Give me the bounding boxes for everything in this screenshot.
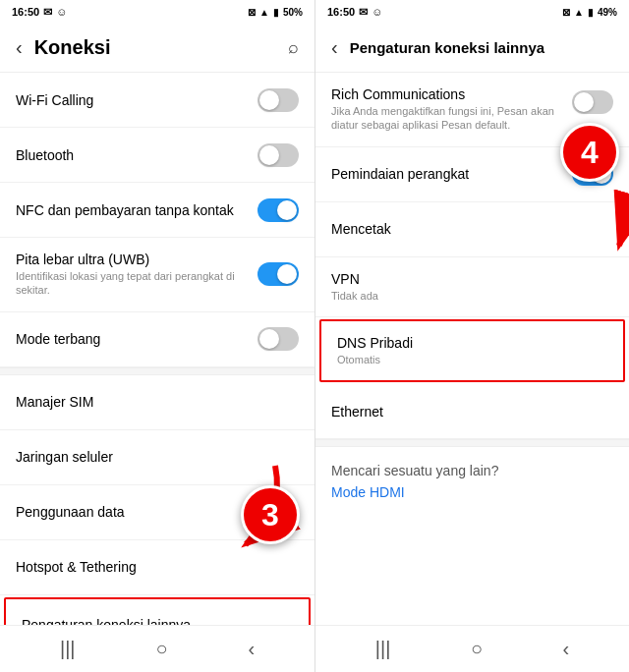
header-1: ‹ Koneksi ⌕ [0,24,314,73]
settings-item-dns[interactable]: DNS Pribadi Otomatis [319,319,625,382]
home-button-1[interactable]: ○ [143,634,179,664]
message-icon: ✉ [43,6,52,19]
back-button-2[interactable]: ‹ [327,32,342,63]
settings-list-2: Rich Communications Jika Anda mengaktifk… [315,73,629,625]
smiley-icon: ☺ [56,6,67,18]
status-bar-1: 16:50 ✉ ☺ ⊠ ▲ ▮ 50% [0,0,314,24]
settings-item-ethernet[interactable]: Ethernet [315,384,629,439]
settings-item-cellular[interactable]: Jaringan seluler [0,430,314,485]
recents-button-1[interactable]: ||| [48,634,87,664]
header-2: ‹ Pengaturan koneksi lainnya [315,24,629,73]
hdmi-link[interactable]: Mode HDMI [331,484,613,500]
settings-item-bluetooth[interactable]: Bluetooth [0,128,314,183]
settings-item-sim[interactable]: Manajer SIM [0,375,314,430]
find-more-title: Mencari sesuatu yang lain? [331,463,613,478]
nav-bar-2: ||| ○ ‹ [315,625,629,672]
signal-icon-1: ▲ [259,7,269,18]
battery-text-1: 50% [283,7,303,18]
page-title-2: Pengaturan koneksi lainnya [350,39,617,56]
toggle-device-scan[interactable] [572,162,613,186]
settings-item-hotspot[interactable]: Hotspot & Tethering [0,540,314,595]
sim-icon-2: ⊠ [562,7,570,18]
toggle-wifi-calling[interactable] [257,88,299,112]
panel-more-connections: 16:50 ✉ ☺ ⊠ ▲ ▮ 49% ‹ Pengaturan koneksi… [314,0,629,672]
battery-text-2: 49% [598,7,617,18]
panel-connections: 16:50 ✉ ☺ ⊠ ▲ ▮ 50% ‹ Koneksi ⌕ Wi-Fi Ca… [0,0,314,672]
settings-item-device-scan[interactable]: Pemindaian perangkat [315,147,629,202]
time-1: 16:50 [12,6,39,18]
search-button-1[interactable]: ⌕ [284,33,303,62]
sim-icon-1: ⊠ [248,7,256,18]
time-2: 16:50 [327,6,355,18]
recents-button-2[interactable]: ||| [364,634,403,664]
settings-item-nfc[interactable]: NFC dan pembayaran tanpa kontak [0,183,314,238]
smiley-icon-2: ☺ [372,6,382,18]
toggle-uwb[interactable] [257,262,299,286]
find-more-section: Mencari sesuatu yang lain? Mode HDMI [315,447,629,516]
home-button-2[interactable]: ○ [459,634,494,664]
nav-bar-1: ||| ○ ‹ [0,625,314,672]
section-divider-1 [0,367,314,375]
battery-icon-2: ▮ [588,7,594,18]
page-title-1: Koneksi [34,36,284,59]
toggle-flight-mode[interactable] [257,327,299,351]
battery-icon-1: ▮ [273,7,279,18]
message-icon-2: ✉ [359,6,368,19]
settings-item-vpn[interactable]: VPN Tidak ada [315,257,629,317]
back-nav-button-2[interactable]: ‹ [551,634,582,664]
toggle-nfc[interactable] [257,198,299,222]
toggle-rich-comm[interactable] [572,90,613,114]
back-button-1[interactable]: ‹ [12,32,27,63]
back-nav-button-1[interactable]: ‹ [236,634,266,664]
settings-item-data-usage[interactable]: Penggunaan data [0,485,314,540]
status-bar-2: 16:50 ✉ ☺ ⊠ ▲ ▮ 49% [315,0,629,24]
settings-item-more-connections[interactable]: Pengaturan koneksi lainnya [4,597,311,625]
settings-item-printing[interactable]: Mencetak [315,202,629,257]
settings-item-uwb[interactable]: Pita lebar ultra (UWB) Identifikasi loka… [0,238,314,312]
settings-item-flight-mode[interactable]: Mode terbang [0,312,314,367]
toggle-bluetooth[interactable] [257,143,299,167]
settings-item-rich-comm[interactable]: Rich Communications Jika Anda mengaktifk… [315,73,629,147]
settings-item-wifi-calling[interactable]: Wi-Fi Calling [0,73,314,128]
signal-icon-2: ▲ [574,7,584,18]
section-divider-2 [315,439,629,447]
settings-list-1: Wi-Fi Calling Bluetooth NFC dan pembayar… [0,73,314,625]
